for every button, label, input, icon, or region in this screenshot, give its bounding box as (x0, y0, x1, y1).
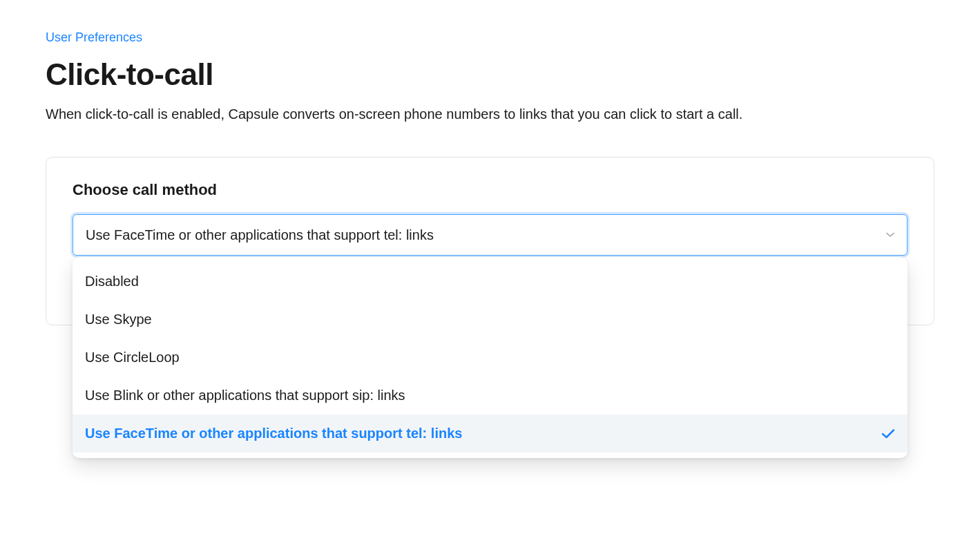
page-title: Click-to-call (46, 57, 934, 92)
call-method-select: Use FaceTime or other applications that … (73, 214, 907, 256)
option-skype[interactable]: Use Skype (73, 301, 907, 339)
call-method-selected-value: Use FaceTime or other applications that … (86, 227, 434, 243)
call-method-select-trigger[interactable]: Use FaceTime or other applications that … (73, 214, 907, 256)
settings-card: Choose call method Use FaceTime or other… (46, 157, 934, 325)
page-description: When click-to-call is enabled, Capsule c… (46, 104, 934, 124)
option-label: Use CircleLoop (85, 350, 180, 365)
option-label: Use Blink or other applications that sup… (85, 388, 405, 403)
option-sip[interactable]: Use Blink or other applications that sup… (73, 377, 907, 415)
page-root: User Preferences Click-to-call When clic… (0, 0, 980, 325)
option-circleloop[interactable]: Use CircleLoop (73, 339, 907, 377)
caret-down-icon (886, 232, 894, 238)
option-tel[interactable]: Use FaceTime or other applications that … (73, 415, 907, 453)
option-label: Use FaceTime or other applications that … (85, 426, 462, 441)
call-method-dropdown: Disabled Use Skype Use CircleLoop Use Bl… (73, 257, 907, 458)
option-disabled[interactable]: Disabled (73, 263, 907, 301)
call-method-label: Choose call method (73, 181, 907, 199)
breadcrumb-user-preferences[interactable]: User Preferences (46, 30, 142, 45)
check-icon (881, 428, 895, 439)
option-label: Use Skype (85, 312, 152, 327)
option-label: Disabled (85, 274, 139, 289)
